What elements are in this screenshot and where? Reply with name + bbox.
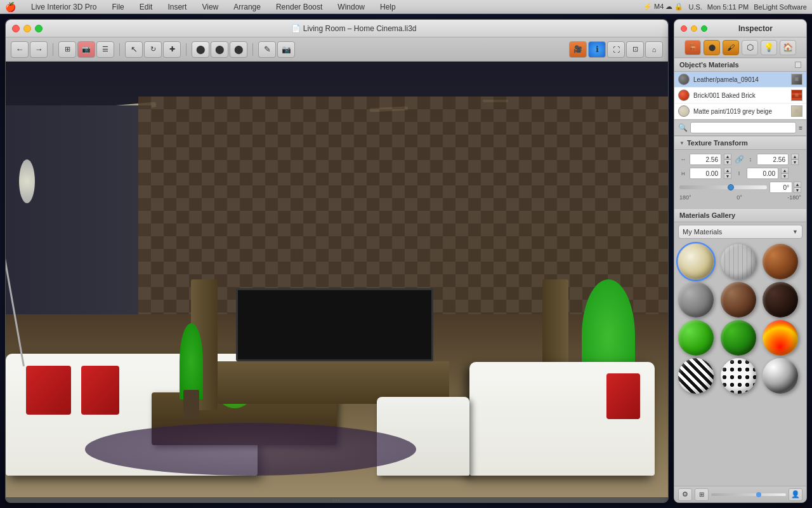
material-swatch-3 [678,105,690,117]
zoom-slider-thumb[interactable] [756,492,761,497]
width-input[interactable]: 2.56 [690,154,721,165]
brand-name: BeLight Software [754,3,807,11]
angle-up-btn[interactable]: ▲ [794,182,801,187]
menu-file[interactable]: File [109,3,126,11]
screenshot-button[interactable]: 📷 [277,41,295,58]
inspector-tabs: 🪑 ⬤ 🖌 ⬡ 💡 🏠 [674,37,806,58]
tab-furniture[interactable]: 🪑 [684,40,701,55]
section-collapse[interactable] [795,62,801,68]
offset-x-down-btn[interactable]: ▼ [724,173,731,179]
views-button[interactable]: ⊡ [626,41,644,58]
sphere-green[interactable] [678,320,714,356]
sphere-stone[interactable] [678,282,714,318]
offset-x-up-btn[interactable]: ▲ [724,168,731,173]
plant-center [171,323,211,419]
zoom-slider[interactable] [711,493,786,496]
menu-window[interactable]: Window [335,3,367,11]
slider-label-min: 180° [679,194,691,201]
height-down-btn[interactable]: ▼ [791,159,799,165]
camera-button[interactable]: 📷 [77,41,95,58]
3d-view-button[interactable]: ☰ [96,41,114,58]
gallery-dropdown[interactable]: My Materials ▼ [678,225,802,239]
main-toolbar: ← → ⊞ 📷 ☰ ↖ ↻ ✚ ⬤ ⬤ ⬤ ✎ [6,37,668,62]
gallery-dropdown-text: My Materials [683,228,792,236]
transform-offset-row: H 0.00 ▲ ▼ I 0.00 ▲ ▼ [679,168,801,179]
angle-down-btn[interactable]: ▼ [794,187,801,193]
tab-room[interactable]: 🏠 [780,40,796,55]
object-group: ↖ ↻ ✚ [125,41,181,58]
maximize-button[interactable] [35,25,43,32]
pan-button[interactable]: ✚ [163,41,181,58]
person-button[interactable]: 👤 [789,488,802,501]
inspector-minimize[interactable] [691,25,697,32]
sphere-fire[interactable] [763,320,798,356]
fullscreen-button[interactable]: ⛶ [607,41,625,58]
render-button[interactable]: ⬤ [230,41,247,58]
menu-edit[interactable]: Edit [137,3,155,11]
link-icon[interactable]: 🔗 [734,155,744,164]
record-button[interactable]: ⬤ [192,41,209,58]
tools-button[interactable]: ✎ [258,41,276,58]
sphere-spots[interactable] [721,358,756,394]
offset-y-input[interactable]: 0.00 [747,168,778,179]
menu-help[interactable]: Help [377,3,398,11]
menu-arrange[interactable]: Arrange [231,3,263,11]
menu-insert[interactable]: Insert [165,3,189,11]
apple-menu[interactable]: 🍎 [5,2,16,12]
sphere-darkbrown[interactable] [763,282,798,318]
offset-x-input[interactable]: 0.00 [690,168,721,179]
offset-y-stepper: ▲ ▼ [781,168,789,179]
width-up-btn[interactable]: ▲ [724,154,731,159]
material-name-3: Matte paint/1019 grey beige [693,108,787,115]
width-down-btn[interactable]: ▼ [724,159,731,165]
minimize-button[interactable] [23,25,31,32]
angle-input[interactable]: 0° [769,182,792,193]
sphere-zebra[interactable] [678,358,714,394]
tab-texture[interactable]: ⬡ [742,40,758,55]
eyedropper-icon[interactable]: 🔍 [678,123,688,132]
inspector-maximize[interactable] [701,25,707,32]
camera-views-button[interactable]: 🎥 [569,41,587,58]
menu-view[interactable]: View [199,3,221,11]
grid-button[interactable]: ⊞ [695,488,709,501]
record-alt-button[interactable]: ⬤ [211,41,228,58]
material-item-1[interactable]: Leather/pamela_09014 ⊞ [674,72,806,88]
select-button[interactable]: ↖ [125,41,143,58]
close-button[interactable] [12,25,20,32]
material-item-3[interactable]: Matte paint/1019 grey beige ⊞ [674,104,806,119]
floorplan-button[interactable]: ⊞ [58,41,76,58]
menu-render-boost[interactable]: Render Boost [273,3,325,11]
height-up-btn[interactable]: ▲ [791,154,799,159]
menubar-right: ⚡ M4 ☁ 🔒 U.S. Mon 5:11 PM BeLight Softwa… [643,3,807,11]
tab-paint[interactable]: 🖌 [723,40,739,55]
nav-forward-button[interactable]: → [30,41,48,58]
height-input[interactable]: 2.56 [757,154,789,165]
tab-materials-ball[interactable]: ⬤ [704,40,720,55]
materials-gallery-title: Materials Gallery [679,211,735,219]
sphere-cream[interactable] [678,244,714,279]
angle-slider-track[interactable] [679,185,767,189]
resize-handle[interactable]: ··· [6,497,668,502]
angle-slider-thumb[interactable] [728,184,734,190]
home-button[interactable]: ⌂ [645,41,663,58]
room-scene [6,62,668,497]
sphere-chrome[interactable] [763,358,798,394]
inspector-close[interactable] [681,25,687,32]
tab-light[interactable]: 💡 [761,40,777,55]
nav-back-button[interactable]: ← [11,41,29,58]
sphere-darkgreen[interactable] [721,320,756,356]
offset-y-down-btn[interactable]: ▼ [781,173,789,179]
sphere-brick[interactable] [763,244,798,279]
sphere-wood[interactable] [721,244,756,279]
menu-app[interactable]: Live Interior 3D Pro [29,3,99,11]
orbit-button[interactable]: ↻ [144,41,162,58]
material-item-2[interactable]: Brick/001 Baked Brick ⊞ [674,88,806,104]
offset-y-up-btn[interactable]: ▲ [781,168,789,173]
materials-gallery-header: Materials Gallery [674,208,806,222]
options-icon[interactable]: ≡ [799,124,802,131]
settings-button[interactable]: ⚙ [678,488,692,501]
sphere-brown[interactable] [721,282,756,318]
info-button[interactable]: ℹ [588,41,606,58]
floor-lamp [19,149,39,366]
viewport[interactable] [6,62,668,497]
